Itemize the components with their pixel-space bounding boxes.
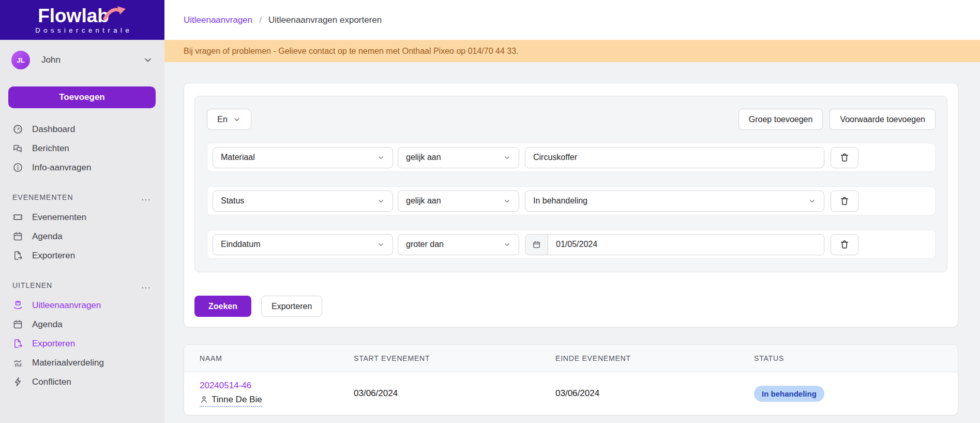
requester-name: Tinne De Bie: [212, 395, 262, 405]
table-row[interactable]: 20240514-46 Tinne De Bie 03/06/2024 03/0…: [184, 372, 958, 415]
content: En Groep toevoegen Voorwaarde toevoegen …: [164, 62, 980, 423]
gauge-icon: [12, 124, 23, 135]
sidebar-item-dashboard[interactable]: Dashboard: [0, 120, 164, 139]
section-title: UITLENEN: [12, 281, 52, 289]
logo[interactable]: Flowlab Dossiercentrale: [0, 0, 164, 40]
chevron-down-icon: [503, 241, 511, 249]
chevron-down-icon: [503, 197, 511, 205]
section-title: EVENEMENTEN: [12, 193, 73, 201]
sidebar-item-agenda-evenementen[interactable]: Agenda: [0, 227, 164, 246]
sidebar-item-label: Exporteren: [32, 251, 75, 261]
user-menu[interactable]: JL John: [0, 40, 164, 69]
notification-banner: Bij vragen of problemen - Gelieve contac…: [164, 40, 980, 62]
user-name: John: [41, 55, 143, 65]
add-condition-button[interactable]: Voorwaarde toevoegen: [830, 109, 936, 130]
logic-operator-value: En: [217, 115, 228, 124]
sidebar-item-materiaalverdeling[interactable]: Materiaalverdeling: [0, 353, 164, 372]
status-badge: In behandeling: [754, 386, 824, 402]
logic-operator-dropdown[interactable]: En: [207, 109, 251, 130]
filter-row: Einddatum groter dan: [207, 230, 936, 259]
chevron-down-icon: [503, 154, 511, 162]
add-button[interactable]: Toevoegen: [8, 86, 156, 108]
bolt-icon: [12, 376, 23, 387]
column-header-start: START EVENEMENT: [354, 354, 555, 362]
app: Flowlab Dossiercentrale JL John Toevoege…: [0, 0, 980, 423]
field-select[interactable]: Einddatum: [213, 234, 393, 255]
sidebar-item-agenda-uitlenen[interactable]: Agenda: [0, 315, 164, 334]
breadcrumb-parent-link[interactable]: Uitleenaanvragen: [184, 15, 252, 25]
operator-select[interactable]: gelijk aan: [398, 147, 519, 168]
date-input[interactable]: [548, 235, 824, 255]
operator-select[interactable]: groter dan: [398, 234, 519, 255]
export-button[interactable]: Exporteren: [261, 296, 322, 317]
banner-text: Bij vragen of problemen - Gelieve contac…: [184, 47, 519, 56]
operator-select[interactable]: gelijk aan: [398, 191, 519, 212]
sidebar: Flowlab Dossiercentrale JL John Toevoege…: [0, 0, 164, 423]
sidebar-item-label: Exporteren: [32, 339, 75, 349]
sidebar-item-label: Agenda: [32, 319, 63, 330]
breadcrumb-separator: /: [259, 15, 262, 25]
sidebar-item-conflicten[interactable]: Conflicten: [0, 372, 164, 391]
export-icon: [12, 250, 23, 261]
sidebar-item-info-aanvragen[interactable]: Info-aanvragen: [0, 158, 164, 177]
sidebar-item-berichten[interactable]: Berichten: [0, 139, 164, 158]
requester[interactable]: Tinne De Bie: [200, 395, 262, 407]
filter-row: Materiaal gelijk aan: [207, 143, 936, 172]
operator-select-value: groter dan: [406, 240, 444, 249]
trash-icon: [839, 196, 850, 206]
sidebar-item-exporteren-uitlenen[interactable]: Exporteren: [0, 334, 164, 353]
section-evenementen: EVENEMENTEN ...: [0, 192, 164, 202]
sidebar-item-evenementen[interactable]: Evenementen: [0, 208, 164, 227]
field-select[interactable]: Materiaal: [213, 147, 393, 168]
delete-row-button[interactable]: [831, 191, 858, 212]
end-date: 03/06/2024: [555, 388, 754, 399]
sidebar-item-uitleenaanvragen[interactable]: Uitleenaanvragen: [0, 296, 164, 315]
field-select-value: Einddatum: [221, 240, 261, 249]
field-select-value: Materiaal: [221, 153, 255, 162]
results-table: NAAM START EVENEMENT EINDE EVENEMENT STA…: [184, 344, 958, 415]
column-header-einde: EINDE EVENEMENT: [555, 354, 754, 362]
section-more-button[interactable]: ...: [141, 192, 151, 202]
trash-icon: [839, 152, 850, 163]
add-group-button[interactable]: Groep toevoegen: [738, 109, 823, 130]
field-select-value: Status: [221, 196, 244, 206]
sidebar-item-label: Conflicten: [32, 377, 71, 387]
delete-row-button[interactable]: [831, 234, 858, 255]
delete-row-button[interactable]: [831, 147, 858, 168]
breadcrumb-current: Uitleenaanvragen exporteren: [268, 15, 382, 25]
hand-box-icon: [12, 300, 23, 311]
logo-arrow-icon: [102, 3, 127, 21]
calendar-icon: [532, 240, 541, 249]
filter-card: En Groep toevoegen Voorwaarde toevoegen …: [184, 83, 958, 327]
brand-subtitle: Dossiercentrale: [32, 26, 132, 34]
value-select-value: In behandeling: [533, 196, 587, 206]
field-select[interactable]: Status: [213, 191, 393, 212]
section-more-button[interactable]: ...: [141, 280, 151, 290]
request-link[interactable]: 20240514-46: [200, 381, 251, 391]
sidebar-item-label: Agenda: [32, 231, 63, 242]
chevron-down-icon: [377, 241, 385, 249]
value-input[interactable]: [525, 147, 824, 168]
filter-row: Status gelijk aan In behandeling: [207, 186, 936, 215]
chevron-down-icon[interactable]: [143, 55, 153, 65]
chevron-down-icon: [233, 115, 241, 124]
trash-icon: [839, 239, 850, 250]
search-button[interactable]: Zoeken: [194, 296, 251, 317]
sidebar-item-label: Info-aanvragen: [32, 163, 91, 173]
calendar-icon: [12, 231, 23, 242]
sidebar-item-label: Berichten: [32, 143, 69, 154]
brand-name: Flowlab: [38, 6, 109, 25]
sidebar-item-label: Evenementen: [32, 212, 86, 223]
info-icon: [12, 162, 23, 173]
filter-group: En Groep toevoegen Voorwaarde toevoegen …: [194, 96, 947, 272]
section-uitlenen: UITLENEN ...: [0, 280, 164, 290]
chat-icon: [12, 143, 23, 154]
value-select[interactable]: In behandeling: [525, 191, 824, 212]
main: Uitleenaanvragen / Uitleenaanvragen expo…: [164, 0, 980, 423]
chevron-down-icon: [377, 154, 385, 162]
sidebar-nav: Dashboard Berichten Info-aanvragen EVENE…: [0, 108, 164, 391]
operator-select-value: gelijk aan: [406, 153, 441, 162]
export-icon: [12, 338, 23, 349]
calendar-picker-button[interactable]: [525, 235, 548, 255]
sidebar-item-exporteren-evenementen[interactable]: Exporteren: [0, 246, 164, 265]
